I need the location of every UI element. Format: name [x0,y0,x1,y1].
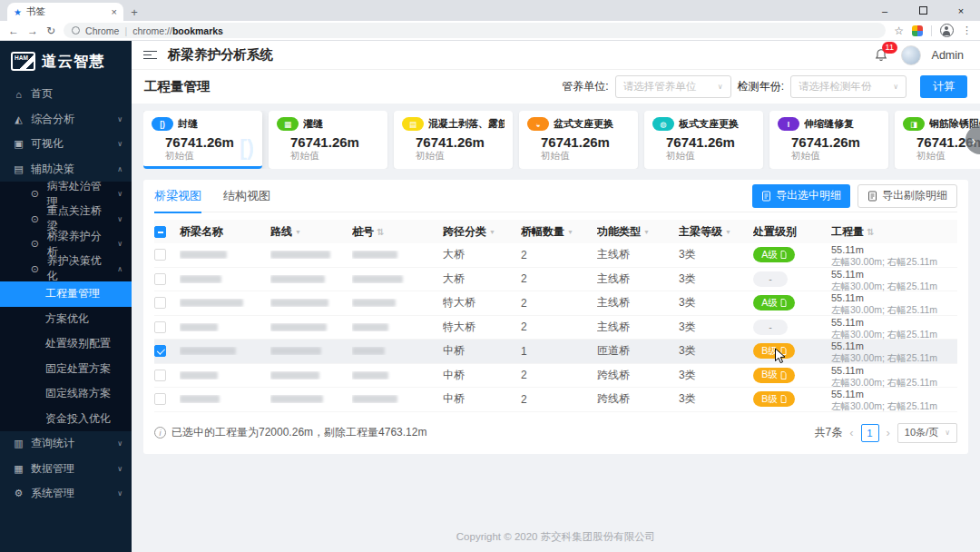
row-checkbox[interactable] [154,345,166,357]
row-checkbox[interactable] [154,370,166,381]
chevron-down-icon: ∨ [117,240,122,248]
page-number-button[interactable]: 1 [861,424,879,442]
menu-fold-icon[interactable] [143,51,157,60]
page-info-icon[interactable] [72,26,80,34]
reload-icon[interactable]: ↻ [46,25,55,37]
level-cell: B级 [753,343,831,359]
span-class-cell: 大桥 [443,271,521,287]
user-name[interactable]: Admin [932,49,964,62]
sidebar-item-data-management[interactable]: ▦数据管理∨ [0,457,132,482]
tab-close-icon[interactable]: × [112,6,117,17]
avatar[interactable] [901,45,921,65]
inspection-year-select[interactable]: 请选择检测年份 ∨ [790,75,906,98]
new-tab-button[interactable]: + [123,3,145,21]
row-checkbox[interactable] [154,321,166,333]
table-row[interactable]: 大桥2主线桥3类A级55.11m左幅30.00m; 右幅25.11m [154,243,957,268]
girder-grade-cell: 3类 [679,247,753,262]
address-input[interactable]: Chrome | chrome://bookmarks [64,23,886,38]
quantity-card[interactable]: ◍板式支座更换76741.26m初始值 [644,111,763,169]
table-row[interactable]: 大桥2主线桥3类-55.11m左幅30.00m; 右幅25.11m [154,268,957,292]
route-redacted [270,371,319,380]
select-all-checkbox[interactable] [154,226,166,238]
sidebar-item-home[interactable]: ⌂首页 [0,82,132,107]
sidebar-item-quantity-management[interactable]: 工程量管理 [0,281,132,307]
back-icon[interactable]: ← [8,25,19,37]
quantity-card[interactable]: ◒盆式支座更换76741.26m初始值 [519,111,638,169]
table-row[interactable]: 特大桥2主线桥3类-55.11m左幅30.00m; 右幅25.11m [154,316,957,340]
filter-icon[interactable]: ▼ [725,229,731,235]
filter-icon[interactable]: ▼ [295,229,301,235]
sidebar-item-scheme-optimization[interactable]: 方案优化 [0,307,132,332]
sidebar-item-system-management[interactable]: ⚙系统管理∨ [0,481,132,507]
column-header: 桥幅数量▼ [521,224,597,240]
calculate-button[interactable]: 计算 [920,75,967,98]
quantity-detail: 左幅30.00m; 右幅25.11m [831,352,957,363]
filter-icon[interactable]: ▼ [567,229,573,235]
forward-icon[interactable]: → [27,25,38,37]
window-close-button[interactable]: × [942,0,980,21]
document-icon [780,299,787,307]
quantity-card[interactable]: I伸缩缝修复76741.26m初始值 [769,111,888,169]
bookmark-star-icon[interactable]: ☆ [894,25,904,37]
sort-icon[interactable]: ⇅ [377,227,384,237]
notification-bell[interactable]: 11 [874,47,890,64]
page-size-select[interactable]: 10条/页 ∨ [897,423,957,443]
width-count-cell: 2 [521,297,597,310]
sidebar-item-maintenance-decision-optimization[interactable]: ⊙养护决策优化∧ [0,257,132,282]
table-row[interactable]: 中桥1匝道桥3类B级55.11m左幅30.00m; 右幅25.11m [154,340,957,364]
column-label: 处置级别 [753,224,797,240]
sidebar-item-query-statistics[interactable]: ▥查询统计∨ [0,431,132,457]
card-title: 灌缝 [303,117,323,131]
table-row[interactable]: 中桥2跨线桥3类B级55.11m左幅30.00m; 右幅25.11m [154,388,957,412]
level-badge[interactable]: A级 [753,247,795,262]
filter-icon[interactable]: ▼ [489,229,495,235]
quantity-card[interactable]: ▤混凝土剥落、露筋修复76741.26m初始值 [394,111,513,169]
sidebar-item-fund-investment-optimization[interactable]: 资金投入优化 [0,407,132,432]
level-badge[interactable]: B级 [753,343,795,359]
prev-page-icon[interactable]: ‹ [849,426,853,439]
profile-icon[interactable] [940,24,954,37]
export-removed-button[interactable]: 导出剔除明细 [858,184,957,208]
sidebar-menu: ⌂首页◭综合分析∨▣可视化∨▤辅助决策∧⊙病害处治管理∨⊙重点关注桥梁∨⊙桥梁养… [0,82,132,552]
sidebar-item-comprehensive-analysis[interactable]: ◭综合分析∨ [0,107,132,133]
browser-menu-icon[interactable]: ⋮ [962,25,972,36]
card-value: 76741.26m [666,134,755,150]
quantity-card[interactable]: ▦灌缝76741.26m初始值 [269,111,387,169]
sort-icon[interactable]: ⇅ [867,227,874,237]
card-caption: 初始值 [916,150,980,163]
tab-structure-view[interactable]: 结构视图 [223,180,270,212]
browser-tab[interactable]: ★ 书签 × [7,3,123,21]
next-page-icon[interactable]: › [887,426,890,439]
table-row[interactable]: 中桥2跨线桥3类B级55.11m左幅30.00m; 右幅25.11m [154,364,957,389]
extension-icon[interactable] [912,25,923,36]
export-selected-button[interactable]: 导出选中明细 [752,184,850,208]
row-checkbox[interactable] [154,393,166,405]
row-checkbox[interactable] [154,273,166,285]
tab-bridge-view[interactable]: 桥梁视图 [154,180,201,212]
row-checkbox[interactable] [154,249,166,261]
chevron-down-icon: ∨ [117,489,122,498]
window-minimize-button[interactable]: – [866,0,904,21]
pagination: 共7条 ‹ 1 › 10条/页 ∨ [814,423,957,443]
maintenance-unit-select[interactable]: 请选择管养单位 ∨ [615,75,731,98]
row-checkbox[interactable] [154,297,166,309]
sidebar-item-visualization[interactable]: ▣可视化∨ [0,132,132,157]
quantity-card[interactable]: [)封缝76741.26m初始值[) [143,111,262,169]
quantity-value: 55.11m [831,244,957,256]
table-body: 大桥2主线桥3类A级55.11m左幅30.00m; 右幅25.11m大桥2主线桥… [154,243,957,412]
table-row[interactable]: 特大桥2主线桥3类A级55.11m左幅30.00m; 右幅25.11m [154,291,957,316]
column-label: 工程量 [831,224,864,240]
level-badge[interactable]: B级 [753,391,795,407]
level-label: B级 [761,393,778,406]
sidebar-item-fixed-disposal-scheme[interactable]: 固定处置方案 [0,357,132,382]
filter-icon[interactable]: ▼ [643,229,650,235]
level-badge[interactable]: A级 [753,295,795,310]
column-label: 跨径分类 [443,224,486,240]
quantity-cell: 55.11m左幅30.00m; 右幅25.11m [831,315,957,340]
sidebar-item-disposal-level-config[interactable]: 处置级别配置 [0,331,132,357]
span-class-cell: 中桥 [443,343,521,359]
level-badge[interactable]: B级 [753,368,795,383]
sidebar-item-fixed-route-scheme[interactable]: 固定线路方案 [0,381,132,407]
window-maximize-button[interactable] [904,0,942,21]
card-caption: 初始值 [290,150,379,163]
